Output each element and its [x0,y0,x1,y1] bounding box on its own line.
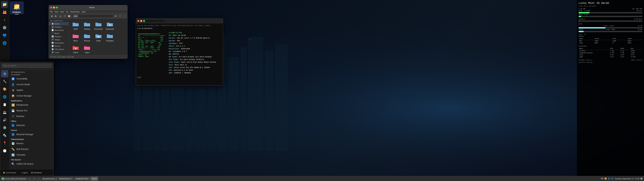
taskbar-terminal[interactable]: erik@erik-PSQ:~ [74,177,90,180]
panel-firefox-icon[interactable]: 🦊 [1,9,8,16]
fm-file-public[interactable]: Public [94,32,104,42]
panel-settings-icon[interactable]: ⚙️ [1,24,8,31]
app-bluetooth[interactable]: 🔵 Bluetooth [10,122,54,128]
fm-refresh-button[interactable]: ↺ [63,14,66,18]
app-calculator[interactable]: 🔢 Calculator [10,152,54,158]
category-graphics[interactable]: 🎨 [1,86,8,93]
fm-menu-edit[interactable]: Edit [55,11,58,13]
category-all-apps[interactable]: ⊞ [1,70,8,78]
sidebar-recent[interactable]: 🕐 Recent [49,44,69,48]
fm-back-button[interactable]: ◀ [50,14,54,18]
app-account-details[interactable]: 👤 Account details [10,82,54,87]
taskbar-bluetooth-icon[interactable]: 🔵 [611,178,614,180]
app-brasero[interactable]: 💿 Brasero [10,140,54,146]
lockscreen-label: Lock Screen [6,172,16,174]
maximize-button[interactable] [56,6,58,8]
app-catfish-search[interactable]: 🔍 Catfish File Search [10,161,54,167]
app-bulk-rename[interactable]: ✏️ Bulk Rename [10,146,54,152]
sidebar-desktop[interactable]: 🖥️ Desktop [49,25,69,28]
taskbar-btn2[interactable]: ○ [32,177,36,180]
fm-menu-view[interactable]: View [60,11,64,13]
net-bar-container [578,20,642,22]
fm-menu-go[interactable]: Go [66,11,68,13]
fm-forward-button[interactable]: ▶ [54,14,58,18]
category-programming[interactable]: 💻 [1,108,8,116]
sidebar-filesystem[interactable]: 💾 File System [49,48,69,51]
category-sound-video[interactable]: 🔊 [1,116,8,124]
taskbar-network-icon[interactable]: 📶 [604,178,607,180]
category-preferences[interactable]: 🔩 [1,132,8,139]
fm-menu-bookmarks[interactable]: Bookmarks [70,11,80,13]
panel-terminal-icon[interactable]: ▪ [1,16,8,24]
fm-file-documents[interactable]: Documents [94,20,104,31]
category-places[interactable]: 📍 [1,140,8,147]
taskbar-sound-icon[interactable]: 🔊 [608,178,610,180]
fm-view-grid-button[interactable]: ⊞ [114,14,118,18]
proc-xorg-mem: 0.07 [630,54,642,56]
taskbar-calendar-icon[interactable]: 📅 [640,178,643,180]
taskbar-simplescreen[interactable]: [SimpleScreen...] [42,177,58,180]
sysmon-memory-section: Memory Name Total Free Used Mem 7900 128… [578,36,642,44]
sidebar-trash[interactable]: 🗑️ Trash [49,51,69,54]
term-content[interactable]: [oh-my-zsh] Random theme '/home/erik/.oh… [136,23,223,85]
taskbar-mint-button[interactable]: 🍃 A Linux Mint 18 Cinnamon [1,177,27,180]
category-office[interactable]: 📋 [1,101,8,108]
taskbar-erikdubois[interactable]: erikdubois/arc-t... [58,177,74,180]
logout-button[interactable]: → Logout [18,171,29,174]
fm-file-desktop[interactable]: Desktop [82,20,92,31]
desktop-icon-arc-theme-color[interactable]: 📁 arc-theme-color [10,2,24,16]
fm-file-downloads[interactable]: Downloads [105,20,115,31]
disk2-total: 12.0G [638,29,642,30]
shutdown-button[interactable]: ⏻ Shutdown [30,171,43,174]
panel-file-manager-icon[interactable]: 📁 [1,1,8,8]
taskbar-btn3[interactable]: ○ [37,177,41,180]
category-administration[interactable]: ⚙️ [1,124,8,132]
sidebar-music[interactable]: 🎵 Music [49,32,69,35]
simplescreen-label: [SimpleScreen...] [42,178,56,180]
sidebar-videos[interactable]: 🎬 Videos [49,38,69,41]
fm-file-videos[interactable]: Videos [70,44,81,54]
lockscreen-button[interactable]: 🔒 Lock Screen [2,171,17,174]
minimize-button[interactable] [53,6,55,8]
sidebar-home[interactable]: 🏠 Home [49,22,69,25]
taskbar-btn1[interactable]: ○ [27,177,32,180]
fm-menu-file[interactable]: File [50,11,53,13]
fm-view-compact-button[interactable]: ⋮ [122,14,126,18]
fm-home-button[interactable]: 🏠 [67,14,71,18]
app-applets[interactable]: ⊞ Applets [10,87,54,93]
fm-file-data[interactable]: DATA [70,20,81,31]
fm-up-button[interactable]: ▲ [58,14,62,18]
app-backgrounds[interactable]: 🖼️ Backgrounds [10,102,54,108]
fm-file-templates[interactable]: Templates [105,32,115,42]
app-archive-manager[interactable]: 📦 Archive Manager [10,93,54,99]
system-monitor: Linux Mint 18 Sarah Linux Mint 18 Sarah … [577,0,644,176]
fm-menu-help[interactable]: Help [82,11,86,13]
term-close-button[interactable] [137,20,139,22]
app-accessibility[interactable]: ♿ Accessibility [10,76,54,82]
app-backup-tool[interactable]: 💾 Backup Tool [10,108,54,114]
sidebar-downloads[interactable]: ⬇️ Downloads [49,41,69,44]
taskbar-home[interactable]: Home [91,177,98,180]
term-minimize-button[interactable] [140,20,142,22]
fm-path-bar: erik [72,14,113,18]
category-recent[interactable]: 🕐 [1,147,8,154]
category-accessories[interactable]: 🔧 [1,78,8,85]
fm-file-music[interactable]: ♪ Music [70,32,81,42]
mem-col-total: Total [594,38,612,40]
app-banshee[interactable]: 🎵 Banshee [10,114,54,119]
catfish-search-label: Catfish File Search [16,163,33,165]
panel-web-icon[interactable]: 🌐 [1,40,8,46]
path-segment-user[interactable]: erik [73,15,78,18]
close-button[interactable] [50,6,52,8]
fm-file-pictures[interactable]: Pictures [82,32,92,42]
panel-folder-icon[interactable]: 💙 [1,32,8,39]
start-menu-search-input[interactable] [2,64,52,68]
sidebar-documents[interactable]: 📄 Documents [49,28,69,32]
app-bluetooth-manager[interactable]: 🔵 Bluetooth Manager [10,132,54,137]
taskbar-keyboard-icon[interactable]: ⌨ [601,178,604,180]
category-internet[interactable]: 🌐 [1,93,8,100]
fm-file-output[interactable]: output [82,44,92,54]
fm-view-list-button[interactable]: ≡ [118,14,122,18]
sidebar-pictures[interactable]: 🖼️ Pictures [49,35,69,38]
term-maximize-button[interactable] [143,20,145,22]
